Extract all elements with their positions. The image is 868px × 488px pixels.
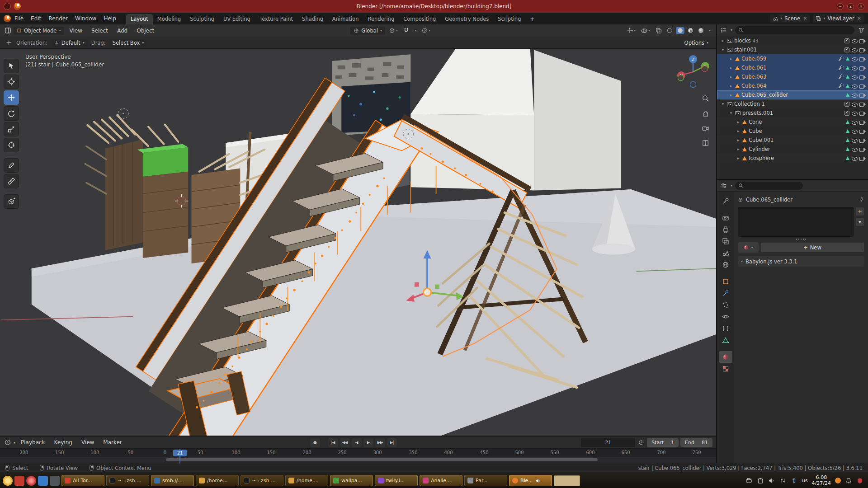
printer-tray-icon[interactable] bbox=[745, 477, 753, 484]
tab-object[interactable] bbox=[719, 276, 732, 287]
tool-rotate[interactable] bbox=[4, 106, 19, 121]
show-overlays-dropdown[interactable]: ▾ bbox=[639, 27, 652, 35]
drag-setting-dropdown[interactable]: Select Box bbox=[109, 39, 147, 47]
tab-uv-editing[interactable]: UV Editing bbox=[219, 14, 255, 24]
properties-editor-icon[interactable] bbox=[720, 182, 728, 190]
close-button[interactable]: × bbox=[858, 3, 864, 10]
play-reverse-button[interactable]: ◀ bbox=[352, 438, 362, 447]
shading-dropdown[interactable]: ▾ bbox=[707, 28, 712, 33]
menu-marker[interactable]: Marker bbox=[99, 438, 125, 446]
end-frame-field[interactable]: End 81 bbox=[680, 438, 712, 447]
list-resize-grip[interactable] bbox=[738, 237, 864, 241]
shading-solid[interactable] bbox=[676, 27, 684, 34]
shading-wireframe[interactable] bbox=[665, 27, 674, 34]
timeline-editor-icon[interactable] bbox=[4, 438, 12, 446]
outliner-row-cube001[interactable]: ▸ Cube.001 bbox=[717, 136, 868, 145]
update-notifier-icon[interactable] bbox=[835, 478, 841, 483]
tab-layout[interactable]: Layout bbox=[126, 14, 153, 24]
tab-texture-paint[interactable]: Texture Paint bbox=[255, 14, 297, 24]
expand-arrow[interactable]: ▸ bbox=[729, 66, 733, 70]
show-gizmo-dropdown[interactable]: ▾ bbox=[625, 27, 637, 35]
modifier-wrench-icon[interactable] bbox=[838, 83, 844, 89]
slot-specials-button[interactable]: ▾ bbox=[855, 217, 864, 226]
camera-icon[interactable] bbox=[859, 137, 866, 143]
tool-annotate[interactable] bbox=[4, 158, 19, 173]
camera-view-icon[interactable] bbox=[700, 123, 711, 133]
zoom-icon[interactable] bbox=[700, 93, 711, 103]
preview-range-icon[interactable] bbox=[637, 438, 645, 446]
expand-arrow[interactable]: ▸ bbox=[736, 147, 741, 151]
eye-icon[interactable] bbox=[851, 146, 858, 152]
ortho-toggle-icon[interactable] bbox=[700, 138, 711, 148]
item-label[interactable]: Cone bbox=[749, 119, 762, 125]
exclude-checkbox[interactable] bbox=[844, 111, 849, 116]
tab-scene[interactable] bbox=[719, 247, 732, 259]
properties-search-input[interactable] bbox=[735, 182, 803, 190]
expand-arrow[interactable]: ▾ bbox=[729, 111, 733, 115]
expand-arrow[interactable]: ▸ bbox=[721, 38, 725, 43]
task-wallpaper[interactable]: wallpa... bbox=[330, 475, 373, 486]
eye-icon[interactable] bbox=[851, 56, 858, 62]
tab-rendering[interactable]: Rendering bbox=[363, 14, 399, 24]
outliner-row-stair001[interactable]: ▾ stair.001 bbox=[717, 45, 868, 54]
tab-geometry-nodes[interactable]: Geometry Nodes bbox=[440, 14, 493, 24]
clock[interactable]: 6:08 4/27/24 bbox=[812, 475, 831, 486]
start-frame-field[interactable]: Start 1 bbox=[647, 438, 679, 447]
play-button[interactable]: ▶ bbox=[363, 438, 373, 447]
tab-physics[interactable] bbox=[719, 311, 732, 323]
eye-icon[interactable] bbox=[851, 128, 858, 134]
task-smb[interactable]: smb://... bbox=[151, 475, 194, 486]
xray-toggle[interactable] bbox=[654, 27, 664, 35]
task-parole[interactable]: Par... bbox=[464, 475, 507, 486]
item-label[interactable]: Cylinder bbox=[749, 146, 770, 152]
add-slot-button[interactable]: + bbox=[855, 207, 864, 216]
shading-material[interactable] bbox=[686, 27, 695, 34]
volume-tray-icon[interactable] bbox=[768, 477, 775, 484]
item-label[interactable]: blocks bbox=[734, 38, 751, 44]
add-workspace-button[interactable]: + bbox=[525, 14, 539, 24]
blender-menu-icon[interactable] bbox=[4, 15, 11, 22]
expand-arrow[interactable]: ▸ bbox=[736, 129, 741, 133]
camera-icon[interactable] bbox=[859, 146, 866, 152]
notification-bell-icon[interactable] bbox=[845, 477, 852, 484]
camera-icon[interactable] bbox=[859, 83, 866, 89]
task-zsh-1[interactable]: ~ : zsh ... bbox=[106, 475, 149, 486]
tool-scale[interactable] bbox=[4, 122, 19, 136]
item-label[interactable]: Icosphere bbox=[749, 155, 774, 161]
filter-icon[interactable] bbox=[857, 26, 865, 34]
menu-playback[interactable]: Playback bbox=[17, 438, 49, 446]
tool-transform[interactable] bbox=[4, 138, 19, 152]
tab-modeling[interactable]: Modeling bbox=[153, 14, 185, 24]
tab-compositing[interactable]: Compositing bbox=[399, 14, 440, 24]
expand-arrow[interactable]: ▸ bbox=[729, 93, 733, 97]
window-menu-icon[interactable] bbox=[4, 3, 11, 10]
task-analie[interactable]: Analie... bbox=[420, 475, 462, 486]
tab-view-layer[interactable] bbox=[719, 235, 732, 247]
scene-selector[interactable]: ▾ Scene × bbox=[770, 14, 810, 23]
item-label[interactable]: Cube bbox=[749, 128, 762, 134]
modifier-wrench-icon[interactable] bbox=[838, 74, 844, 80]
exclude-checkbox[interactable] bbox=[844, 38, 849, 43]
tab-object-data[interactable] bbox=[719, 334, 732, 346]
task-torrent[interactable]: All Tor... bbox=[61, 475, 104, 486]
eye-icon[interactable] bbox=[851, 101, 858, 107]
current-frame-field[interactable]: 21 bbox=[581, 438, 635, 447]
outliner-row-cylinder[interactable]: ▸ Cylinder bbox=[717, 145, 868, 154]
task-home-1[interactable]: /home... bbox=[196, 475, 239, 486]
tab-material[interactable] bbox=[719, 351, 732, 363]
viewlayer-selector[interactable]: ▾ ViewLayer × bbox=[813, 14, 864, 23]
menu-edit[interactable]: Edit bbox=[27, 14, 45, 23]
new-material-button[interactable]: + New bbox=[760, 242, 864, 253]
launcher-icon-3[interactable] bbox=[26, 476, 36, 486]
timeline-scrollbar[interactable] bbox=[166, 458, 598, 461]
menu-object[interactable]: Object bbox=[133, 27, 158, 35]
outliner-row-cube061[interactable]: ▸ Cube.061 bbox=[717, 63, 868, 72]
snap-magnet-toggle[interactable] bbox=[401, 27, 411, 34]
task-home-2[interactable]: /home... bbox=[285, 475, 328, 486]
minimize-button[interactable]: − bbox=[837, 3, 844, 10]
expand-arrow[interactable]: ▸ bbox=[736, 120, 741, 124]
tool-select-box[interactable] bbox=[4, 59, 19, 73]
expand-arrow[interactable]: ▸ bbox=[736, 138, 741, 142]
camera-icon[interactable] bbox=[859, 128, 866, 134]
launcher-icon-4[interactable] bbox=[38, 476, 48, 486]
